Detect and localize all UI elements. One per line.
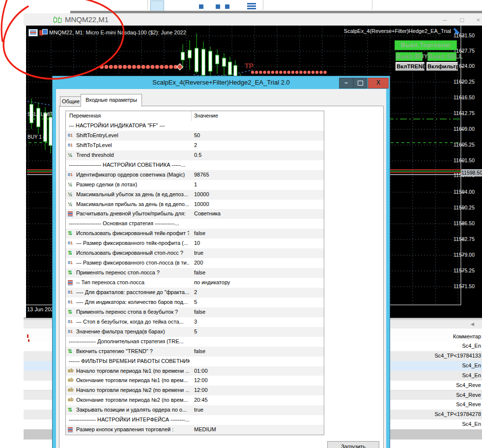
toolbar-icon[interactable] <box>199 4 203 9</box>
toolbar-icon[interactable] <box>247 3 256 9</box>
param-row[interactable]: ⇅Применять перенос стопа в безубыток ?fa… <box>66 307 324 317</box>
param-row[interactable]: abНачало торговли периода №1 (по времени… <box>66 366 324 376</box>
integer-param-icon: 01 <box>68 240 75 246</box>
param-row[interactable]: 01ShiftToEntryLevel50 <box>66 131 324 141</box>
price-label: 11582.75 <box>454 236 481 242</box>
dialog-close-button[interactable]: X <box>368 78 389 89</box>
param-row[interactable]: ⇅Вкючить стратегию "TREND" ?false <box>66 347 324 357</box>
param-value[interactable]: false <box>194 230 205 236</box>
param-row[interactable]: abНачало торговли периода №2 (по времени… <box>66 386 324 395</box>
param-value[interactable]: по индикатору <box>194 279 230 285</box>
parameters-table-header: Переменная Значение <box>66 111 324 121</box>
param-value[interactable]: 20:45 <box>194 397 208 403</box>
param-value[interactable]: 1 <box>194 181 197 187</box>
param-row[interactable]: ½Размер сделки (в лотах)1 <box>66 180 324 190</box>
toolbar-button-pressed[interactable] <box>150 0 164 11</box>
param-row[interactable]: 01--- Стоп в безубыток, когда до тейка о… <box>66 317 324 327</box>
integer-param-icon: 01 <box>68 172 75 178</box>
param-row[interactable]: ⇅Закрывать позиции и удалять ордера по о… <box>66 405 324 415</box>
disable-sell-button[interactable]: Выкл.SELL <box>427 52 456 61</box>
one-click-trading-icon[interactable] <box>39 29 47 35</box>
param-name: Применять перенос стопа в безубыток ? <box>76 309 189 315</box>
toolbar-icon[interactable] <box>216 4 220 9</box>
close-button[interactable]: × <box>476 16 480 24</box>
param-row[interactable]: 01---- Для фракталов: расстояние до "фра… <box>66 288 324 298</box>
param-row[interactable]: --- НАСТРОЙКИ ИНДИКАТОРА "FF" --- <box>66 121 324 131</box>
maximize-button[interactable]: □ <box>460 16 464 24</box>
param-value[interactable]: 0.5 <box>194 152 201 158</box>
chart-header-title: MNQM22, M1: Micro E-mini Nasdaq-100 ($2)… <box>49 30 186 35</box>
terminal-row-comment: Sc4_En <box>462 372 481 378</box>
param-value[interactable]: 01:00 <box>194 368 208 374</box>
param-value[interactable]: 12:00 <box>194 377 208 383</box>
param-row[interactable]: -- Тип переноса стоп-лоссапо индикатору <box>66 278 324 288</box>
dialog-maximize-button[interactable] <box>353 78 368 89</box>
param-value[interactable]: 12:00 <box>194 387 208 393</box>
param-row[interactable]: 01--- Размер фиксированного стоп-лосса (… <box>66 258 324 268</box>
param-row[interactable]: ⇅Использовать фиксированный стоп-лосс ?t… <box>66 248 324 258</box>
load-button[interactable]: Загрузить <box>327 441 379 448</box>
param-row[interactable]: 01ShiftToTpLevel2 <box>66 141 324 150</box>
bool-param-icon: ⇅ <box>68 407 75 413</box>
param-value[interactable]: false <box>194 348 205 354</box>
param-value[interactable]: false <box>194 309 205 315</box>
param-row[interactable]: ------------------ Основная стратегия --… <box>66 219 324 229</box>
param-row[interactable]: ½Максимальный убыток за день (в ед.депоз… <box>66 190 324 200</box>
param-name: --------------- НАСТРОЙКИ ИНТЕРФЕЙСА ---… <box>69 417 190 422</box>
param-name: -- Тип переноса стоп-лосса <box>76 279 189 285</box>
param-value[interactable]: 10000 <box>194 201 209 207</box>
param-row[interactable]: --------------- Дополнительная стратегия… <box>66 337 324 347</box>
param-name: ---- Для индикатора: количество баров по… <box>76 299 189 305</box>
string-param-icon: ab <box>68 377 75 384</box>
param-row[interactable]: ------ ФИЛЬТРЫ ВРЕМЕНИ РАБОТЫ СОВЕТНИКА … <box>66 357 324 366</box>
param-value[interactable]: 10 <box>194 240 200 246</box>
top-toolbar-fragment <box>70 0 482 11</box>
param-row[interactable]: abОкончание торговли периода №1 (по врем… <box>66 376 324 386</box>
double-param-icon: ½ <box>68 152 75 158</box>
param-value[interactable]: 3 <box>194 319 197 325</box>
param-value[interactable]: 10000 <box>194 191 209 197</box>
param-row[interactable]: abОкончание торговли периода №2 (по врем… <box>66 395 324 405</box>
param-value[interactable]: 98765 <box>194 172 209 178</box>
param-value[interactable]: true <box>194 407 203 413</box>
price-label: 11594.00 <box>454 189 481 195</box>
tab-common[interactable]: Общие <box>60 96 82 107</box>
param-name: Максимальный убыток за день (в ед.депоз.… <box>76 191 189 197</box>
param-value[interactable]: 2 <box>194 142 197 148</box>
enable-trend-button[interactable]: ВклTREND <box>396 62 425 71</box>
minimize-button[interactable]: – <box>443 16 447 24</box>
param-row[interactable]: ½Trend threshold0.5 <box>66 150 324 160</box>
param-row[interactable]: 01Идентификатор ордеров советника (Magic… <box>66 170 324 180</box>
double-param-icon: ½ <box>68 181 75 188</box>
param-value[interactable]: 200 <box>194 260 203 266</box>
param-row[interactable]: ------------------ НАСТРОЙКИ СОВЕТНИКА -… <box>66 160 324 170</box>
disable-buy-button[interactable]: Выкл.BUY <box>396 52 423 61</box>
param-row[interactable]: 01--- Размер фиксированного тейк-профита… <box>66 239 324 248</box>
param-value[interactable]: 5 <box>194 329 197 334</box>
param-value[interactable]: Советника <box>194 210 221 216</box>
param-row[interactable]: Расчитывать дневной убыток/прибыль для:С… <box>66 209 324 219</box>
enable-filter-button[interactable]: Вклфильтр <box>426 62 458 71</box>
price-label: 11601.50 <box>454 157 481 163</box>
param-value[interactable]: 50 <box>194 132 200 138</box>
bool-param-icon: ⇅ <box>68 269 75 276</box>
scroll-left-icon[interactable]: ◀ <box>471 322 474 327</box>
param-value[interactable]: MEDIUM <box>194 426 216 432</box>
param-row[interactable]: --------------- НАСТРОЙКИ ИНТЕРФЕЙСА ---… <box>66 415 324 425</box>
param-value[interactable]: false <box>194 269 205 275</box>
data-window-icon[interactable] <box>28 29 38 36</box>
param-value[interactable]: true <box>194 250 203 256</box>
toolbar-icon[interactable] <box>225 4 229 9</box>
tab-input-parameters[interactable]: Входные параметры <box>81 94 142 107</box>
param-name: Максимальная прибыль за день (в ед.депо.… <box>76 201 189 207</box>
dialog-minimize-button[interactable]: – <box>339 78 353 89</box>
disable-trading-button[interactable]: Выкл.Торговлю <box>395 40 457 50</box>
param-row[interactable]: ⇅Применять перенос стоп-лосса ?false <box>66 268 324 278</box>
param-value[interactable]: 5 <box>194 299 197 305</box>
param-row[interactable]: 01---- Для индикатора: количество баров … <box>66 298 324 307</box>
param-row[interactable]: ⇅Использовать фиксированный тейк-профит … <box>66 229 324 239</box>
param-row[interactable]: ½Максимальная прибыль за день (в ед.депо… <box>66 200 324 209</box>
param-row[interactable]: 01Значение фильтра тренда(в барах)5 <box>66 327 324 337</box>
param-value[interactable]: 2 <box>194 289 197 295</box>
param-row[interactable]: Размер кнопок управления торговлей :MEDI… <box>66 425 324 435</box>
